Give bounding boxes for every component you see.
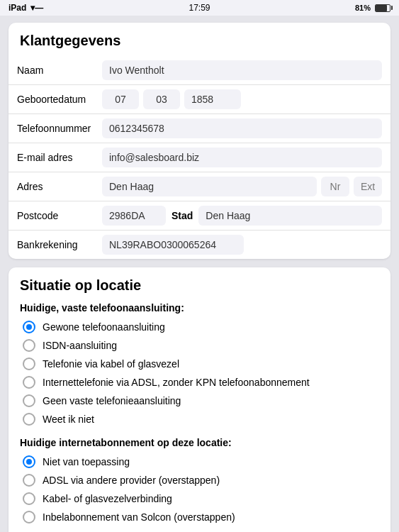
naam-row: Naam xyxy=(9,56,390,85)
battery-percent: 81% xyxy=(355,4,371,12)
status-bar: iPad ▾— 17:59 81% xyxy=(0,0,399,16)
bankrekening-input[interactable] xyxy=(102,235,244,255)
radio-label-kabel: Telefonie via kabel of glasvezel xyxy=(43,358,179,370)
radio-label-gewone: Gewone telefoonaansluiting xyxy=(43,321,165,333)
klantgegevens-title: Klantgegevens xyxy=(9,23,390,56)
radio-label-weet-niet: Weet ik niet xyxy=(43,414,94,425)
klantgegevens-card: Klantgegevens Naam Geboortedatum Telefoo… xyxy=(9,23,390,259)
adres-label: Adres xyxy=(17,181,102,192)
radio-label-inbel: Inbelabonnement van Solcon (overstappen) xyxy=(43,511,235,523)
email-input[interactable] xyxy=(102,148,382,167)
telefoonnummer-input[interactable] xyxy=(102,118,382,138)
radio-glasvezel[interactable]: Kabel- of glasvezelverbinding xyxy=(23,492,379,505)
radio-circle-geen-vast xyxy=(23,394,35,407)
battery-icon xyxy=(375,4,390,12)
postcode-row: Postcode Stad xyxy=(9,201,390,231)
birth-year-input[interactable] xyxy=(184,89,241,109)
wifi-icon: ▾— xyxy=(30,3,43,13)
email-label: E-mail adres xyxy=(17,152,102,163)
radio-circle-niet xyxy=(23,455,35,468)
adres-nr-input[interactable] xyxy=(321,177,349,196)
radio-niet-van-toepassing[interactable]: Niet van toepassing xyxy=(23,455,379,468)
postcode-label: Postcode xyxy=(17,210,102,221)
geboortedatum-label: Geboortedatum xyxy=(17,94,102,105)
radio-adsl-other[interactable]: ADSL via andere provider (overstappen) xyxy=(23,474,379,487)
internet-section-title: Huidige internetabonnement op deze locat… xyxy=(20,437,379,448)
address-group xyxy=(102,177,382,196)
adres-row: Adres xyxy=(9,172,390,201)
device-label: iPad xyxy=(9,3,26,13)
radio-label-niet: Niet van toepassing xyxy=(43,456,130,467)
stad-label: Stad xyxy=(172,210,193,221)
date-group xyxy=(102,89,241,109)
internet-radio-group: Niet van toepassing ADSL via andere prov… xyxy=(20,455,379,523)
telefoonnummer-label: Telefoonnummer xyxy=(17,123,102,134)
radio-circle-glasvezel xyxy=(23,492,35,505)
bankrekening-label: Bankrekening xyxy=(17,239,102,250)
telefoon-section-title: Huidige, vaste telefoonaansluiting: xyxy=(20,302,379,314)
bankrekening-row: Bankrekening xyxy=(9,231,390,259)
radio-label-adsl-other: ADSL via andere provider (overstappen) xyxy=(43,475,220,486)
geboortedatum-row: Geboortedatum xyxy=(9,85,390,114)
radio-circle-inbel xyxy=(23,511,35,523)
radio-circle-kabel xyxy=(23,358,35,370)
radio-isdn[interactable]: ISDN-aansluiting xyxy=(23,339,379,352)
postcode-input[interactable] xyxy=(102,206,166,226)
birth-month-input[interactable] xyxy=(143,89,180,109)
status-left: iPad ▾— xyxy=(9,3,43,13)
email-row: E-mail adres xyxy=(9,143,390,172)
radio-label-glasvezel: Kabel- of glasvezelverbinding xyxy=(43,493,172,504)
naam-label: Naam xyxy=(17,65,102,76)
radio-label-isdn: ISDN-aansluiting xyxy=(43,340,117,351)
naam-input[interactable] xyxy=(102,60,382,80)
status-right: 81% xyxy=(355,4,390,12)
radio-geen-vast[interactable]: Geen vaste telefonieaansluiting xyxy=(23,394,379,407)
birth-day-input[interactable] xyxy=(102,89,139,109)
radio-circle-adsl-other xyxy=(23,474,35,487)
radio-kabel[interactable]: Telefonie via kabel of glasvezel xyxy=(23,358,379,370)
radio-circle-isdn xyxy=(23,339,35,352)
radio-circle-adsl xyxy=(23,376,35,389)
adres-ext-input[interactable] xyxy=(354,177,382,196)
radio-circle-gewone xyxy=(23,321,35,333)
radio-circle-weet-niet xyxy=(23,413,35,426)
radio-adsl[interactable]: Internettelefonie via ADSL, zonder KPN t… xyxy=(23,376,379,389)
telefoonnummer-row: Telefoonnummer xyxy=(9,114,390,143)
adres-input[interactable] xyxy=(102,177,317,196)
status-time: 17:59 xyxy=(189,3,210,13)
telefoon-radio-group: Gewone telefoonaansluiting ISDN-aansluit… xyxy=(20,321,379,426)
stad-input[interactable] xyxy=(198,206,382,226)
radio-inbel[interactable]: Inbelabonnement van Solcon (overstappen) xyxy=(23,511,379,523)
radio-weet-niet[interactable]: Weet ik niet xyxy=(23,413,379,426)
radio-label-adsl: Internettelefonie via ADSL, zonder KPN t… xyxy=(43,377,310,388)
radio-label-geen-vast: Geen vaste telefonieaansluiting xyxy=(43,395,181,406)
postcode-group: Stad xyxy=(102,206,382,226)
situatie-card: Situatie op locatie Huidige, vaste telef… xyxy=(9,267,390,532)
main-content: Klantgegevens Naam Geboortedatum Telefoo… xyxy=(0,16,399,532)
situatie-title: Situatie op locatie xyxy=(20,277,379,294)
radio-gewone[interactable]: Gewone telefoonaansluiting xyxy=(23,321,379,333)
